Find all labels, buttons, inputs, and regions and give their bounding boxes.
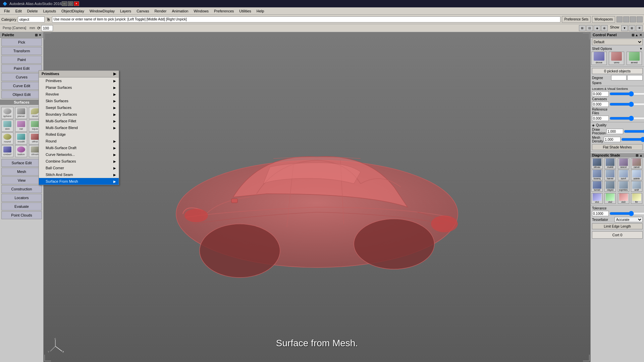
locators-slider[interactable] <box>609 92 644 96</box>
menu-edit[interactable]: Edit <box>13 8 24 14</box>
construction-button[interactable]: Construction <box>1 185 42 193</box>
persp-value-input[interactable] <box>41 25 53 31</box>
ctx-primitives[interactable]: Primitives ▶ <box>39 77 119 84</box>
degree-input[interactable] <box>611 75 627 80</box>
menu-animation[interactable]: Animation <box>169 8 191 14</box>
menu-layers[interactable]: Layers <box>117 8 134 14</box>
ustete-shade-icon[interactable]: ustete <box>631 170 642 180</box>
harver-shade-icon[interactable]: harver <box>604 170 616 180</box>
evaluate-button[interactable]: Evaluate <box>1 202 42 210</box>
menu-canvas[interactable]: Canvas <box>134 8 152 14</box>
menu-render[interactable]: Render <box>152 8 169 14</box>
skin-icon[interactable]: skin <box>1 120 13 132</box>
vis2-icon[interactable]: vis2 <box>604 193 616 204</box>
curve-edit-button[interactable]: Curve Edit <box>1 82 42 90</box>
menu-windows[interactable]: Windows <box>191 8 211 14</box>
vp-btn-1[interactable]: ⊞ <box>579 25 586 31</box>
curves-button[interactable]: Curves <box>1 73 42 81</box>
arved-icon[interactable]: arved <box>627 52 642 65</box>
wrdf-shade-icon[interactable]: wrdf <box>631 181 642 192</box>
mesh-button[interactable]: Mesh <box>1 168 42 176</box>
grid-btn[interactable]: ⊞ <box>629 25 635 31</box>
mesh-density-input[interactable] <box>604 137 621 142</box>
show-btn[interactable]: ▼ <box>621 25 628 31</box>
limit-edge-button[interactable]: Limit Edge Length <box>592 223 643 229</box>
isoanq-shade-icon[interactable]: isoanq <box>591 170 603 180</box>
default-dropdown[interactable]: Default <box>592 39 643 45</box>
point-clouds-button[interactable]: Point Clouds <box>1 211 42 219</box>
carvd-shade-icon[interactable]: carvd <box>631 158 642 169</box>
menu-preferences[interactable]: Preferences <box>211 8 236 14</box>
vp-btn-3[interactable]: ◈ <box>594 25 600 31</box>
clayan-shade-icon[interactable]: clayan <box>604 181 616 192</box>
ctx-stitch-seam[interactable]: Stitch And Seam ▶ <box>39 171 119 178</box>
canvases-slider[interactable] <box>609 102 644 106</box>
reference-slider[interactable] <box>609 116 644 120</box>
preference-sets-button[interactable]: Preference Sets <box>562 16 591 23</box>
menu-delete[interactable]: Delete <box>24 8 41 14</box>
paint-button[interactable]: Paint <box>1 56 42 64</box>
ctx-multi-fillet[interactable]: Multi-Surface Fillet ▶ <box>39 118 119 124</box>
sphere-icon[interactable]: sphere <box>1 107 13 119</box>
workspaces-button[interactable]: Workspaces <box>592 16 615 23</box>
view-button[interactable]: View <box>1 176 42 184</box>
ctx-round[interactable]: Round ▶ <box>39 138 119 144</box>
menu-file[interactable]: File <box>1 8 13 14</box>
locators-input[interactable] <box>592 91 609 97</box>
cmbsrf-icon[interactable]: cmbsrf <box>1 145 13 157</box>
locators-button[interactable]: Locators <box>1 194 42 202</box>
round-icon[interactable]: round <box>1 132 13 144</box>
vis3-icon[interactable]: vis3 <box>618 193 629 204</box>
ctx-rolled-edge[interactable]: Rolled Edge <box>39 131 119 138</box>
survf-shade-icon[interactable]: survf <box>618 170 629 180</box>
ctx-skin-surfaces[interactable]: Skin Surfaces ▶ <box>39 98 119 104</box>
paint-edit-button[interactable]: Paint Edit <box>1 64 42 72</box>
mesh-density-slider[interactable] <box>621 137 644 141</box>
view-btn[interactable]: 👁 <box>636 25 643 31</box>
mukld-shade-icon[interactable]: mukld <box>604 158 616 169</box>
ctx-combine-surfaces[interactable]: Combine Surfaces ▶ <box>39 158 119 165</box>
ctx-multi-draft[interactable]: Multi-Surface Draft ▶ <box>39 144 119 151</box>
sfevac-shade-icon[interactable]: sfevac <box>591 158 603 169</box>
menu-utilities[interactable]: Utilities <box>236 8 254 14</box>
maximize-button[interactable]: □ <box>68 1 73 6</box>
menu-help[interactable]: Help <box>254 8 267 14</box>
pick-button[interactable]: Pick <box>1 38 42 46</box>
vis1-icon[interactable]: vis1 <box>591 193 603 204</box>
category-input[interactable] <box>18 16 45 22</box>
menu-objectdisplay[interactable]: ObjectDisplay <box>59 8 87 14</box>
tessellator-select[interactable]: Accurate <box>614 217 643 222</box>
drove-icon[interactable]: drove <box>591 52 607 65</box>
vp-btn-2[interactable]: ⊟ <box>586 25 593 31</box>
menu-layouts[interactable]: Layouts <box>41 8 59 14</box>
draw-precision-slider[interactable] <box>624 129 644 133</box>
draw-precision-input[interactable] <box>606 129 623 134</box>
tolerance-slider[interactable] <box>609 212 644 216</box>
tunnel-shade-icon[interactable]: tunnel <box>591 181 603 192</box>
ctx-planar-surfaces[interactable]: Planar Surfaces ▶ <box>39 84 119 91</box>
rancol-shade-icon[interactable]: rancol <box>618 158 629 169</box>
ctx-surface-from-mesh[interactable]: Surface From Mesh ▶ <box>39 178 119 185</box>
vp-btn-4[interactable]: ⊕ <box>601 25 608 31</box>
ctx-swept-surfaces[interactable]: Swept Surfaces ▶ <box>39 104 119 111</box>
ctx-ball-corner[interactable]: Ball Corner ▶ <box>39 165 119 171</box>
sophites-shade-icon[interactable]: sophites <box>618 181 629 192</box>
minimize-button[interactable]: ─ <box>62 1 67 6</box>
ctx-curve-networks[interactable]: Curve Networks... ▶ <box>39 151 119 158</box>
ballon-icon[interactable]: ballon <box>15 145 27 157</box>
menu-windowdisplay[interactable]: WindowDisplay <box>87 8 117 14</box>
object-edit-button[interactable]: Object Edit <box>1 90 42 99</box>
unro-icon[interactable]: unro <box>609 52 624 65</box>
degree-input2[interactable] <box>627 75 643 80</box>
canvases-input[interactable] <box>592 102 609 107</box>
tolerance-input[interactable] <box>592 211 609 216</box>
flat-shade-button[interactable]: Flat Shade Meshes <box>592 144 643 150</box>
close-button[interactable]: ✕ <box>74 1 79 6</box>
planar-icon[interactable]: planar <box>15 107 27 119</box>
reference-input[interactable] <box>592 116 609 121</box>
flrr-icon[interactable]: flrr <box>631 193 642 204</box>
ctx-revolve[interactable]: Revolve ▶ <box>39 91 119 98</box>
ctx-multi-blend[interactable]: Multi-Surface Blend ▶ <box>39 124 119 131</box>
modifi-icon[interactable]: modifi <box>15 132 27 144</box>
rail-icon[interactable]: rail <box>15 120 27 132</box>
